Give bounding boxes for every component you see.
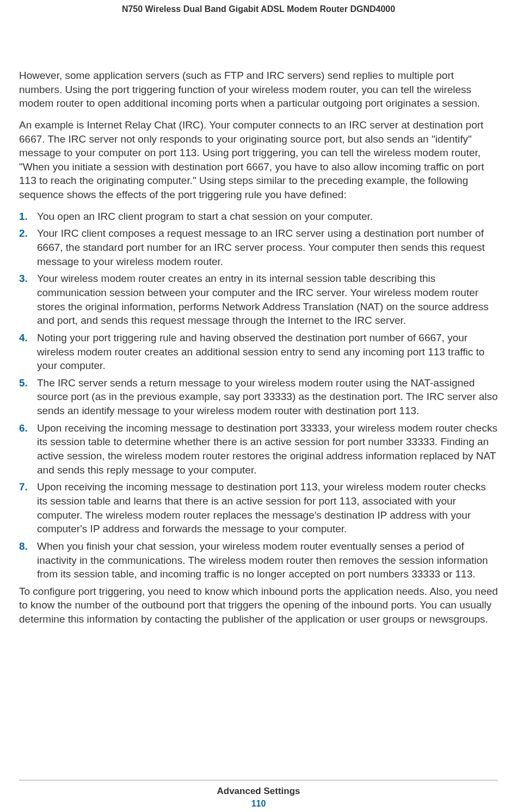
list-item: Your wireless modem router creates an en… bbox=[19, 272, 498, 328]
page-content: However, some application servers (such … bbox=[0, 14, 517, 626]
list-item: You open an IRC client program to start … bbox=[19, 210, 498, 224]
list-item-text: Noting your port triggering rule and hav… bbox=[37, 332, 484, 371]
list-item: Your IRC client composes a request messa… bbox=[19, 226, 498, 268]
paragraph-intro-2: An example is Internet Relay Chat (IRC).… bbox=[19, 118, 498, 202]
footer-page-number: 110 bbox=[0, 799, 517, 812]
list-item-text: The IRC server sends a return message to… bbox=[37, 377, 498, 416]
paragraph-intro-1: However, some application servers (such … bbox=[19, 69, 498, 110]
list-item: When you finish your chat session, your … bbox=[19, 539, 498, 581]
list-item-text: Your wireless modem router creates an en… bbox=[37, 273, 489, 326]
paragraph-outro: To configure port triggering, you need t… bbox=[19, 585, 498, 626]
footer-section-title: Advanced Settings bbox=[0, 786, 517, 797]
page-header: N750 Wireless Dual Band Gigabit ADSL Mod… bbox=[0, 0, 517, 14]
header-title: N750 Wireless Dual Band Gigabit ADSL Mod… bbox=[122, 4, 395, 14]
list-item-text: Upon receiving the incoming message to d… bbox=[37, 481, 486, 534]
page-footer: Advanced Settings 110 bbox=[0, 780, 517, 812]
footer-divider bbox=[19, 780, 498, 780]
list-item-text: When you finish your chat session, your … bbox=[37, 540, 488, 580]
list-item: The IRC server sends a return message to… bbox=[19, 376, 498, 418]
steps-list: You open an IRC client program to start … bbox=[19, 210, 498, 581]
list-item: Upon receiving the incoming message to d… bbox=[19, 421, 498, 477]
list-item-text: Upon receiving the incoming message to d… bbox=[37, 422, 497, 476]
list-item: Upon receiving the incoming message to d… bbox=[19, 480, 498, 536]
list-item-text: Your IRC client composes a request messa… bbox=[37, 227, 485, 267]
list-item: Noting your port triggering rule and hav… bbox=[19, 331, 498, 373]
list-item-text: You open an IRC client program to start … bbox=[37, 211, 373, 222]
